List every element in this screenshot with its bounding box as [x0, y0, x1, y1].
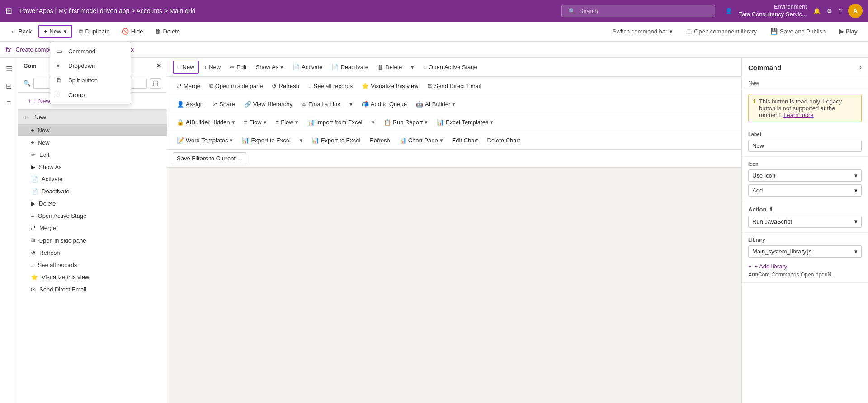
- sidebar-subitem-delete[interactable]: ▶ Delete: [18, 197, 167, 210]
- canvas-delete-chart-button[interactable]: Delete Chart: [483, 134, 524, 146]
- delete-button[interactable]: 🗑 Delete: [150, 25, 185, 37]
- settings-icon[interactable]: ⚙: [827, 8, 832, 14]
- dropdown-item-group[interactable]: ≡ Group: [50, 88, 131, 102]
- sidebar-subitem-edit[interactable]: ✏ Edit: [18, 149, 167, 161]
- action-select[interactable]: Run JavaScript ▾: [748, 216, 862, 228]
- canvas-show-as-button[interactable]: Show As ▾: [252, 61, 288, 73]
- canvas-activate-button[interactable]: 📄 Activate: [288, 61, 326, 73]
- canvas-excel-templates-button[interactable]: 📊 Excel Templates ▾: [433, 116, 497, 128]
- canvas-flow2-button[interactable]: ≡ Flow ▾: [272, 116, 302, 128]
- sidebar-subitem-open-active[interactable]: ≡ Open Active Stage: [18, 210, 167, 222]
- canvas-see-all-records-button[interactable]: ≡ See all records: [304, 80, 357, 92]
- chevron-down-icon: ▾: [490, 119, 493, 126]
- canvas-run-report-button[interactable]: 📋 Run Report ▾: [380, 116, 432, 128]
- canvas-aibuilder-hidden-button[interactable]: 🔒 AIBuilder Hidden ▾: [173, 116, 239, 128]
- duplicate-icon: ⧉: [79, 28, 83, 35]
- canvas-email-link-button[interactable]: ✉ Email a Link: [297, 98, 344, 110]
- sidebar-subitem-show-as[interactable]: ▶ Show As: [18, 161, 167, 173]
- learn-more-link[interactable]: Learn more: [783, 112, 813, 118]
- chevron-right-icon[interactable]: ›: [859, 63, 862, 71]
- avatar[interactable]: A: [848, 4, 863, 18]
- canvas-edit-button[interactable]: ✏ Edit: [226, 61, 250, 73]
- add-new-button[interactable]: ⬚: [150, 78, 161, 89]
- canvas-overflow2-button[interactable]: ▾: [345, 98, 357, 110]
- sidebar-subitem-new-2[interactable]: + New: [18, 136, 167, 149]
- canvas-open-side-pane-button[interactable]: ⧉ Open in side pane: [205, 80, 267, 92]
- right-panel-header: Command ›: [742, 58, 868, 77]
- layers-icon[interactable]: ≡: [2, 96, 16, 110]
- env-name: Tata Consultancy Servic...: [739, 11, 807, 19]
- canvas-merge-button[interactable]: ⇄ Merge: [173, 80, 204, 92]
- canvas-overflow4-button[interactable]: ▾: [296, 134, 307, 146]
- save-publish-button[interactable]: 💾 Save and Publish: [765, 25, 830, 37]
- play-button[interactable]: ▶ Play: [834, 25, 863, 37]
- canvas-new-button-2[interactable]: + New: [200, 61, 225, 73]
- chart-icon: 📊: [399, 137, 406, 144]
- canvas-add-to-queue-button[interactable]: 📬 Add to Queue: [358, 98, 411, 110]
- canvas-new-button[interactable]: + New: [173, 61, 199, 74]
- canvas-flow1-button[interactable]: ≡ Flow ▾: [240, 116, 271, 128]
- canvas-send-direct-email-button[interactable]: ✉ Send Direct Email: [424, 80, 486, 92]
- canvas-overflow-button[interactable]: ▾: [407, 61, 418, 73]
- dropdown-item-dropdown[interactable]: ▾ Dropdown: [50, 58, 131, 73]
- canvas-save-filters-button[interactable]: Save Filters to Current ...: [173, 152, 246, 164]
- canvas-export-excel1-button[interactable]: 📊 Export to Excel: [238, 134, 294, 146]
- label-input[interactable]: [748, 140, 862, 152]
- search-input[interactable]: [579, 8, 708, 14]
- close-icon[interactable]: ✕: [156, 62, 161, 69]
- new-button[interactable]: + New ▾: [38, 25, 72, 38]
- canvas-refresh2-button[interactable]: Refresh: [365, 134, 394, 146]
- canvas-share-button[interactable]: ↗ Share: [208, 98, 239, 110]
- library-select[interactable]: Main_system_library.js ▾: [748, 245, 862, 258]
- canvas-export-excel2-button[interactable]: 📊 Export to Excel: [308, 134, 364, 146]
- canvas-view-hierarchy-button[interactable]: 🔗 View Hierarchy: [240, 98, 297, 110]
- add-select[interactable]: Add ▾: [748, 184, 862, 197]
- sidebar-subitem-refresh[interactable]: ↺ Refresh: [18, 247, 167, 259]
- sidebar-subitem-deactivate[interactable]: 📄 Deactivate: [18, 185, 167, 197]
- notification-icon[interactable]: 🔔: [813, 8, 821, 14]
- dropdown-icon: ▾: [57, 62, 65, 69]
- left-icon-panel: ☰ ⊞ ≡: [0, 58, 18, 403]
- canvas-word-templates-button[interactable]: 📝 Word Templates ▾: [173, 134, 237, 146]
- sidebar-subitem-new-1[interactable]: + New: [18, 124, 167, 136]
- canvas-edit-chart-button[interactable]: Edit Chart: [448, 134, 482, 146]
- canvas-ai-builder-button[interactable]: 🤖 AI Builder ▾: [412, 98, 459, 110]
- dropdown-label: Group: [68, 92, 85, 98]
- dropdown-item-command[interactable]: ▭ Command: [50, 44, 131, 58]
- hide-button[interactable]: 🚫 Hide: [117, 25, 148, 37]
- open-component-library-button[interactable]: ⬚ Open component library: [681, 25, 762, 37]
- sidebar-subitem-activate[interactable]: 📄 Activate: [18, 173, 167, 185]
- duplicate-button[interactable]: ⧉ Duplicate: [74, 25, 115, 38]
- back-button[interactable]: ← Back: [5, 25, 37, 37]
- dropdown-item-split-button[interactable]: ⧉ Split button: [50, 73, 131, 88]
- search-box[interactable]: 🔍: [561, 5, 715, 17]
- waffle-icon[interactable]: ⊞: [5, 6, 12, 16]
- sidebar-subitem-visualize[interactable]: ⭐ Visualize this view: [18, 271, 167, 283]
- menu-icon[interactable]: ☰: [2, 61, 16, 76]
- canvas-deactivate-button[interactable]: 📄 Deactivate: [327, 61, 372, 73]
- side-pane-icon: ⧉: [209, 82, 213, 89]
- sidebar-item-new-parent[interactable]: + New ···: [18, 110, 167, 124]
- add-library-button[interactable]: + + Add library: [748, 261, 862, 272]
- help-icon[interactable]: ?: [839, 8, 842, 14]
- switch-command-bar-button[interactable]: Switch command bar ▾: [608, 25, 678, 37]
- canvas-open-active-stage-button[interactable]: ≡ Open Active Stage: [419, 61, 481, 73]
- sidebar-subitem-see-all[interactable]: ≡ See all records: [18, 259, 167, 271]
- chevron-down-icon: ▾: [232, 119, 235, 126]
- sidebar-subitem-open-side-pane[interactable]: ⧉ Open in side pane: [18, 234, 167, 247]
- stage-icon: ≡: [423, 64, 427, 70]
- sidebar-subitem-merge[interactable]: ⇄ Merge: [18, 222, 167, 234]
- chevron-down-icon: ▾: [854, 187, 858, 194]
- sidebar-subitem-label: See all records: [38, 262, 77, 268]
- canvas-import-excel-button[interactable]: 📊 Import from Excel: [303, 116, 367, 128]
- tree-icon[interactable]: ⊞: [2, 79, 16, 93]
- expand-icon: ▶: [31, 164, 35, 170]
- sidebar-subitem-send-email[interactable]: ✉ Send Direct Email: [18, 283, 167, 295]
- canvas-visualize-view-button[interactable]: ⭐ Visualize this view: [358, 80, 422, 92]
- canvas-chart-pane-button[interactable]: 📊 Chart Pane ▾: [395, 134, 447, 146]
- canvas-delete-button[interactable]: 🗑 Delete: [373, 61, 406, 73]
- canvas-overflow3-button[interactable]: ▾: [368, 116, 379, 128]
- icon-select[interactable]: Use Icon ▾: [748, 169, 862, 182]
- canvas-assign-button[interactable]: 👤 Assign: [173, 98, 208, 110]
- canvas-refresh-button[interactable]: ↺ Refresh: [268, 80, 303, 92]
